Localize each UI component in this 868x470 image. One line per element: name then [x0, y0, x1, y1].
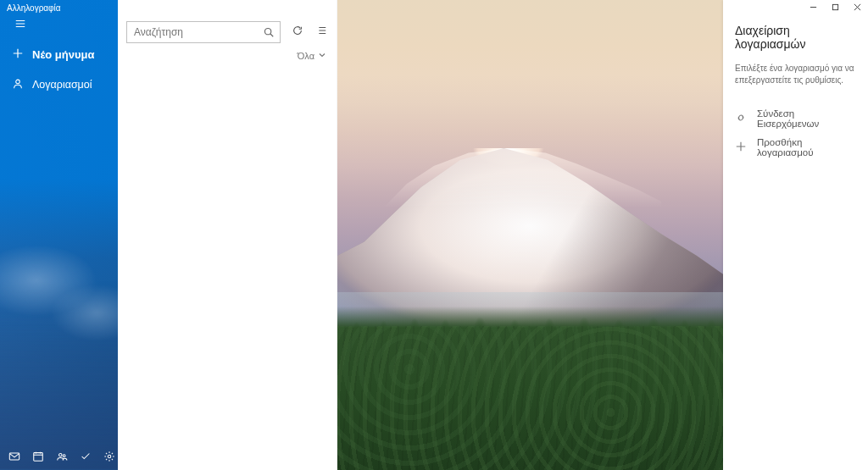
calendar-icon[interactable] [32, 450, 44, 463]
todo-icon[interactable] [80, 450, 92, 463]
filter-icon [315, 25, 327, 40]
new-message-button[interactable]: Νέο μήνυμα [0, 39, 118, 69]
panel-subtitle: Επιλέξτε ένα λογαριασμό για να επεξεργασ… [735, 63, 858, 86]
person-icon [12, 78, 24, 92]
wallpaper-forest-texture [337, 326, 723, 470]
add-account-label: Προσθήκη λογαριασμού [757, 137, 858, 158]
sidebar-bottom-bar [0, 443, 118, 470]
maximize-button[interactable] [824, 0, 846, 14]
accounts-nav[interactable]: Λογαριασμοί [0, 71, 118, 98]
link-inboxes-button[interactable]: Σύνδεση Εισερχόμενων [735, 104, 858, 133]
sync-button[interactable] [291, 25, 304, 39]
wallpaper-forest [337, 292, 723, 470]
new-message-label: Νέο μήνυμα [32, 48, 94, 61]
sidebar: Αλληλογραφία Νέο μήνυμα Λογαριασμοί [0, 0, 118, 470]
selection-mode-button[interactable] [314, 25, 328, 39]
svg-rect-6 [832, 4, 837, 9]
people-icon[interactable] [56, 450, 68, 463]
accounts-label: Λογαριασμοί [32, 79, 92, 91]
hamburger-icon [14, 18, 26, 33]
svg-point-0 [16, 80, 20, 84]
link-icon [735, 112, 747, 125]
reading-pane-background [337, 0, 723, 470]
chevron-down-icon [318, 51, 326, 61]
close-button[interactable] [846, 0, 868, 14]
hamburger-button[interactable] [3, 15, 37, 36]
search-box[interactable] [126, 21, 281, 43]
svg-point-4 [63, 455, 65, 457]
accounts-panel: Διαχείριση λογαριασμών Επιλέξτε ένα λογα… [723, 0, 868, 470]
minimize-button[interactable] [802, 0, 824, 14]
add-account-button[interactable]: Προσθήκη λογαριασμού [735, 133, 858, 162]
search-input[interactable] [134, 26, 263, 38]
settings-icon[interactable] [103, 450, 115, 463]
svg-point-5 [108, 455, 111, 458]
plus-icon [735, 141, 747, 154]
mail-icon[interactable] [8, 450, 20, 463]
list-toolbar [118, 14, 337, 51]
link-inboxes-label: Σύνδεση Εισερχόμενων [757, 108, 858, 129]
svg-point-7 [264, 28, 270, 34]
filter-dropdown[interactable]: Όλα [118, 51, 337, 66]
filter-label: Όλα [298, 51, 314, 61]
refresh-icon [292, 25, 303, 40]
svg-point-3 [59, 454, 63, 457]
window-controls [802, 0, 868, 14]
plus-icon [12, 47, 24, 62]
search-icon[interactable] [263, 26, 275, 38]
message-list-pane: Όλα [118, 0, 337, 470]
panel-title: Διαχείριση λογαριασμών [735, 24, 858, 51]
svg-rect-2 [34, 453, 43, 462]
